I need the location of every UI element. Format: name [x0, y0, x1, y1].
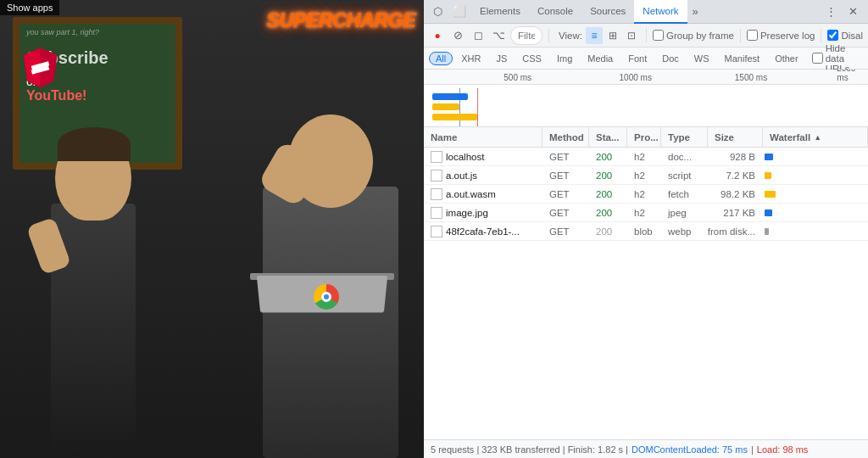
tab-sources[interactable]: Sources	[581, 0, 634, 24]
td-waterfall-2	[763, 185, 868, 203]
disable-cache-label[interactable]: Disal	[827, 30, 863, 41]
table-row[interactable]: a.out.wasm GET 200 h2 fetch 98.2 KB	[424, 185, 868, 204]
more-tabs-btn[interactable]: »	[687, 5, 704, 18]
timeline-row: 500 ms 1000 ms 1500 ms 2000 ms	[424, 70, 868, 127]
td-name-1: a.out.js	[424, 166, 542, 184]
devtools-panel: ⬡ ⬜ Elements Console Sources Network » ⋮…	[424, 0, 868, 458]
th-protocol[interactable]: Pro...	[627, 127, 661, 147]
view-btns: ≡ ⊞ ⊡	[586, 27, 640, 44]
chrome-logo	[314, 284, 339, 310]
view-label: View:	[559, 31, 582, 41]
tab-console[interactable]: Console	[529, 0, 581, 24]
network-toolbar: ● ⊘ ◻ ⌥ View: ≡ ⊞ ⊡ Group by frame Prese…	[424, 24, 868, 47]
waterfall-bar-0	[765, 154, 773, 160]
dom-content-loaded-link[interactable]: DOMContentLoaded: 75 ms	[632, 444, 748, 455]
record-btn[interactable]: ●	[429, 27, 446, 44]
td-size-3: 217 KB	[708, 204, 763, 221]
td-type-4: webp	[661, 222, 708, 240]
filter-xhr[interactable]: XHR	[454, 52, 487, 65]
th-method[interactable]: Method	[542, 127, 589, 147]
person-left	[25, 127, 161, 458]
table-row[interactable]: 48f2cafa-7eb1-... GET 200 blob webp (fro…	[424, 222, 868, 241]
filter-font[interactable]: Font	[621, 52, 654, 65]
show-apps-label: Show apps	[7, 3, 53, 13]
table-row[interactable]: localhost GET 200 h2 doc... 928 B	[424, 148, 868, 166]
separator-1	[548, 29, 549, 42]
ruler-1000: 1000 ms	[620, 73, 652, 82]
timeline-bar-0	[432, 93, 468, 100]
filter-doc[interactable]: Doc	[655, 52, 686, 65]
ruler-500: 500 ms	[504, 73, 531, 82]
filter-input-wrap	[510, 26, 542, 45]
row-checkbox-1	[431, 170, 442, 182]
view-group-btn[interactable]: ⊞	[604, 27, 621, 44]
filter-btn[interactable]: ⌥	[490, 27, 507, 44]
preserve-log-label[interactable]: Preserve log	[747, 30, 815, 41]
show-apps-bar[interactable]: Show apps	[0, 0, 59, 15]
td-status-3: 200	[589, 204, 627, 221]
th-size[interactable]: Size	[708, 127, 763, 147]
td-status-2: 200	[589, 185, 627, 203]
timeline-ruler: 500 ms 1000 ms 1500 ms 2000 ms	[424, 70, 868, 85]
load-time-link[interactable]: Load: 98 ms	[757, 444, 809, 455]
timeline-bars	[424, 88, 868, 126]
td-protocol-4: blob	[627, 222, 661, 240]
waterfall-bar-4	[765, 228, 769, 235]
filter-other[interactable]: Other	[768, 52, 805, 65]
td-type-3: jpeg	[661, 204, 708, 221]
chalk-small-text: you saw part 1, right?	[19, 24, 175, 41]
ruler-1500: 1500 ms	[735, 73, 767, 82]
view-list-btn[interactable]: ≡	[586, 27, 603, 44]
td-name-2: a.out.wasm	[424, 185, 542, 203]
preserve-log-checkbox[interactable]	[747, 30, 758, 41]
td-status-0: 200	[589, 148, 627, 165]
td-waterfall-0	[763, 148, 868, 165]
hide-data-urls-checkbox[interactable]	[812, 53, 823, 64]
filter-img[interactable]: Img	[550, 52, 579, 65]
timeline-load-line	[477, 88, 478, 126]
td-size-2: 98.2 KB	[708, 185, 763, 203]
td-protocol-0: h2	[627, 148, 661, 165]
filter-ws[interactable]: WS	[687, 52, 716, 65]
filter-css[interactable]: CSS	[515, 52, 548, 65]
devtools-menu-btn[interactable]: ⋮	[821, 2, 841, 22]
th-status[interactable]: Sta...	[589, 127, 627, 147]
th-name[interactable]: Name	[424, 127, 542, 147]
filter-media[interactable]: Media	[581, 52, 620, 65]
td-method-4: GET	[542, 222, 589, 240]
td-name-0: localhost	[424, 148, 542, 165]
disable-cache-checkbox[interactable]	[827, 30, 838, 41]
device-icon-btn[interactable]: ⬜	[449, 2, 470, 22]
row-checkbox-2	[431, 188, 442, 200]
filter-manifest[interactable]: Manifest	[718, 52, 767, 65]
camera-btn[interactable]: ◻	[470, 27, 487, 44]
status-bar: 5 requests | 323 KB transferred | Finish…	[424, 439, 868, 458]
filter-input[interactable]	[518, 31, 535, 41]
td-size-4: (from disk...	[708, 222, 763, 240]
table-row[interactable]: image.jpg GET 200 h2 jpeg 217 KB	[424, 204, 868, 222]
view-preview-btn[interactable]: ⊡	[623, 27, 640, 44]
clear-btn[interactable]: ⊘	[449, 27, 466, 44]
td-size-0: 928 B	[708, 148, 763, 165]
cursor-icon-btn[interactable]: ⬡	[427, 2, 448, 22]
devtools-tabs-bar: ⬡ ⬜ Elements Console Sources Network » ⋮…	[424, 0, 868, 24]
separator-2	[646, 29, 647, 42]
filter-all[interactable]: All	[429, 52, 453, 65]
filter-types-row: All XHR JS CSS Img Media Font Doc WS Man…	[424, 47, 868, 70]
tab-elements[interactable]: Elements	[471, 0, 529, 24]
devtools-close-btn[interactable]: ✕	[843, 2, 863, 22]
ruler-2000: 2000 ms	[837, 70, 868, 82]
filter-js[interactable]: JS	[489, 52, 514, 65]
table-row[interactable]: a.out.js GET 200 h2 script 7.2 KB	[424, 166, 868, 185]
group-by-frame-label[interactable]: Group by frame	[653, 30, 734, 41]
separator-3	[740, 29, 741, 42]
td-protocol-3: h2	[627, 204, 661, 221]
th-type[interactable]: Type	[661, 127, 708, 147]
angular-logo	[21, 47, 59, 89]
network-table: Name Method Sta... Pro... Type Size Wate…	[424, 127, 868, 439]
group-by-frame-checkbox[interactable]	[653, 30, 664, 41]
waterfall-bar-3	[765, 209, 772, 216]
th-waterfall[interactable]: Waterfall ▲	[763, 127, 868, 147]
video-panel: Show apps you saw part 1, right? Subscri…	[0, 0, 424, 458]
tab-network[interactable]: Network	[634, 0, 687, 24]
